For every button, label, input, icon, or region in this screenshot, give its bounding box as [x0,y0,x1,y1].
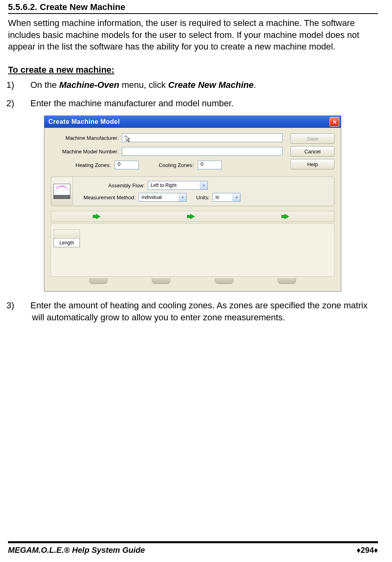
step-3: 3)Enter the amount of heating and coolin… [19,300,378,323]
heating-zones-input[interactable]: 0 [115,161,139,169]
manufacturer-label: Machine Manufacturer: [51,135,122,141]
model-input[interactable] [122,147,283,156]
step2-text: Enter the machine manufacturer and model… [30,98,234,108]
section-heading: 5.5.6.2. Create New Machine [8,2,378,14]
mouse-cursor-icon [125,134,132,143]
length-cell[interactable]: Length [54,238,80,247]
save-button[interactable]: Save [291,133,334,144]
step1-pre: On the [30,80,59,90]
units-value: in [215,195,219,200]
step1-post: . [254,80,256,90]
step1-menu: Machine-Oven [59,80,119,90]
assembly-flow-label: Assembly Flow: [108,183,145,189]
measurement-method-label: Measurement Method: [84,195,135,201]
step1-cmd: Create New Machine [168,80,254,90]
footer-brand-rest: M.O.L.E.® Help System Guide [32,546,145,554]
measurement-method-select[interactable]: Individual ▼ [139,193,187,202]
cancel-button[interactable]: Cancel [291,146,334,157]
intro-paragraph: When setting machine information, the us… [8,17,378,53]
cooling-zones-label: Cooling Zones: [159,162,193,168]
page-footer: MEGAM.O.L.E.® Help System Guide ♦294♦ [8,541,378,555]
assembly-flow-select[interactable]: Left to Right ▼ [148,181,208,190]
units-select[interactable]: in ▼ [213,193,241,202]
cooling-zones-input[interactable]: 0 [198,161,222,169]
close-icon: ✕ [332,119,337,125]
page-number: 294 [360,546,374,554]
close-button[interactable]: ✕ [330,117,339,127]
arrow-right-icon [190,214,195,219]
profile-tab[interactable] [51,177,73,206]
footer-brand-em: MEGA [8,546,32,554]
chevron-down-icon: ▼ [200,181,207,189]
cooling-zones-value: 0 [201,161,203,167]
step-2: 2)Enter the machine manufacturer and mod… [19,97,378,109]
units-label: Units: [196,195,209,201]
step-1: 1)On the Machine-Oven menu, click Create… [19,79,378,91]
model-label: Machine Model Number: [51,149,122,155]
monitor-icon [54,184,70,199]
manufacturer-input[interactable] [122,133,283,142]
titlebar: Create Machine Model ✕ [44,116,341,128]
chevron-down-icon: ▼ [179,193,186,201]
zone-matrix: Length [51,224,334,276]
create-machine-dialog: Create Machine Model ✕ Machine Manufactu… [44,115,341,292]
oven-feet [51,278,334,284]
heating-zones-label: Heating Zones: [76,162,111,168]
arrow-right-icon [285,214,289,219]
chevron-down-icon: ▼ [233,193,240,201]
step1-mid: menu, click [119,80,168,90]
assembly-flow-value: Left to Right [151,183,177,188]
step3-text: Enter the amount of heating and cooling … [30,300,368,322]
create-machine-subheading: To create a new machine: [8,65,378,75]
heating-zones-value: 0 [117,161,120,167]
help-button[interactable]: Help [291,159,334,169]
arrow-right-icon [96,214,101,219]
dialog-title: Create Machine Model [48,118,120,125]
measurement-method-value: Individual [141,195,162,200]
flow-direction-bar [51,211,334,222]
